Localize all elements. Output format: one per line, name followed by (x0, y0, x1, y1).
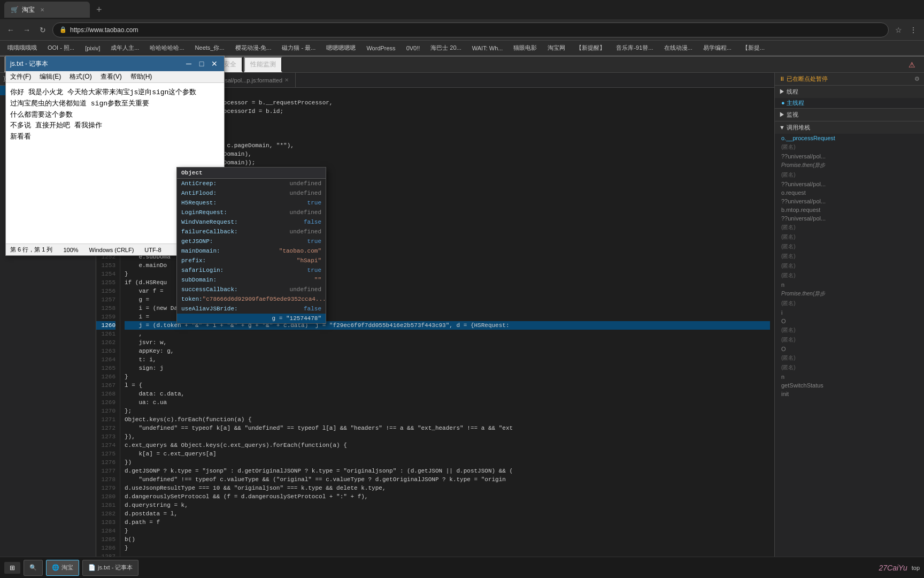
callstack-label: (匿名) (775, 299, 924, 308)
devtools-warning-icon: ⚠ (908, 60, 920, 69)
callstack-item[interactable]: ??universal/pol... (775, 214, 924, 223)
bookmark-item[interactable]: 易学编程... (700, 43, 735, 53)
autocomplete-item[interactable]: getJSONP: true (177, 237, 326, 246)
autocomplete-title: Object (177, 168, 326, 179)
tab-close-button[interactable]: ✕ (40, 7, 44, 13)
watermark-text: 27CaiYu (879, 564, 907, 572)
autocomplete-item[interactable]: failureCallback: undefined (177, 227, 326, 237)
autocomplete-item[interactable]: g = "12574478" (177, 314, 326, 323)
autocomplete-item[interactable]: LoginRequest: undefined (177, 208, 326, 217)
notepad-minimize-button[interactable]: ─ (183, 58, 194, 69)
bookmark-item[interactable]: 0V0!! (403, 44, 424, 52)
callstack-item[interactable]: o.request (775, 188, 924, 197)
settings-button[interactable]: ⋮ (907, 24, 920, 36)
bookmark-item[interactable]: 在线动漫... (661, 43, 696, 53)
bookmark-item[interactable]: 【新提醒】 (573, 43, 609, 53)
notepad-title: js.txt - 记事本 (10, 59, 48, 69)
notepad-menu-help[interactable]: 帮助(H) (126, 71, 157, 82)
callstack-label: (匿名) (775, 232, 924, 242)
bookmark-item[interactable]: [pixiv] (82, 44, 103, 52)
autocomplete-item[interactable]: token: "c78666d6d92909faef05ede9352cca4.… (177, 294, 326, 304)
start-button[interactable]: ⊞ (4, 562, 20, 574)
address-text: https://www.taobao.com (70, 26, 138, 34)
callstack-section-title[interactable]: ▼ 调用堆栈 (775, 121, 924, 134)
forward-button[interactable]: → (20, 24, 33, 36)
bookmark-item[interactable]: 成年人主... (107, 43, 142, 53)
bookmark-item[interactable]: WAIT: Wh... (469, 44, 506, 52)
editor-tab-close-2[interactable]: ✕ (284, 77, 289, 83)
bookmark-item[interactable]: 磁力猫 - 最... (279, 43, 319, 53)
callstack-item[interactable]: n (775, 280, 924, 289)
callstack-item[interactable]: b.mtop.request (775, 206, 924, 214)
debugger-settings-icon[interactable]: ⚙ (914, 75, 920, 82)
bookmark-item[interactable]: WordPress (363, 44, 398, 52)
notepad-menu-view[interactable]: 查看(V) (96, 71, 126, 82)
callstack-item[interactable]: ??universal/pol... (775, 152, 924, 161)
autocomplete-item[interactable]: AntiCreep: undefined (177, 179, 326, 188)
browser-actions: ☆ ⋮ (892, 24, 920, 36)
notepad-menu-file[interactable]: 文件(F) (6, 71, 35, 82)
callstack-item[interactable]: init (775, 390, 924, 398)
new-tab-button[interactable]: + (92, 4, 106, 16)
callstack-item[interactable]: ??universal/pol... (775, 180, 924, 188)
callstack-label: (匿名) (775, 271, 924, 280)
tab-favicon: 🛒 (11, 6, 19, 13)
callstack-label: (匿名) (775, 353, 924, 363)
autocomplete-item[interactable]: safariLogin: true (177, 265, 326, 275)
bookmark-item[interactable]: OOI - 照... (44, 43, 78, 53)
notepad-maximize-button[interactable]: □ (196, 58, 207, 69)
callstack-label: (匿名) (775, 335, 924, 345)
callstack-item[interactable]: O (775, 317, 924, 325)
callstack-section: ▼ 调用堆栈 o.__processRequest (匿名) ??univers… (775, 121, 924, 578)
main-thread-item[interactable]: ● 主线程 (775, 98, 924, 108)
bookmark-item[interactable]: 樱花动漫-免... (232, 43, 275, 53)
taskbar-item-taobao[interactable]: 🌐 淘宝 (46, 560, 79, 576)
notepad-menu-edit[interactable]: 编辑(E) (35, 71, 65, 82)
notepad-menu: 文件(F) 编辑(E) 格式(O) 查看(V) 帮助(H) (6, 71, 224, 83)
bookmarks-bar: 哦哦哦哦哦 OOI - 照... [pixiv] 成年人主... 哈哈哈哈哈..… (0, 41, 924, 56)
callstack-item[interactable]: i (775, 308, 924, 317)
browser-tab[interactable]: 🛒 淘宝 ✕ (4, 2, 90, 18)
notepad-titlebar: js.txt - 记事本 ─ □ ✕ (6, 56, 224, 71)
callstack-label: (匿名) (775, 170, 924, 180)
callstack-item[interactable]: n (775, 372, 924, 381)
tab-label: 淘宝 (22, 5, 35, 14)
back-button[interactable]: ← (4, 24, 17, 36)
autocomplete-item[interactable]: H5Request: true (177, 198, 326, 208)
taskbar-notepad-icon: 📄 (88, 564, 96, 571)
autocomplete-item[interactable]: successCallback: undefined (177, 285, 326, 294)
autocomplete-item[interactable]: subDomain: "" (177, 275, 326, 285)
autocomplete-item[interactable]: WindVaneRequest: false (177, 217, 326, 227)
callstack-item[interactable]: o.__processRequest (775, 134, 924, 142)
bookmark-item[interactable]: 嗯嗯嗯嗯嗯 (323, 43, 359, 53)
bookmark-item[interactable]: 哈哈哈哈哈... (147, 43, 187, 53)
taskbar: ⊞ 🔍 🌐 淘宝 📄 js.txt - 记事本 27CaiYu top (0, 557, 924, 578)
notepad-menu-format[interactable]: 格式(O) (65, 71, 96, 82)
devtools-tab-performance-monitor[interactable]: 性能监测 (244, 57, 282, 72)
bookmark-item[interactable]: 海巴士 20... (427, 43, 464, 53)
bookmark-item[interactable]: 音乐库-91替... (613, 43, 656, 53)
taskbar-item-notepad[interactable]: 📄 js.txt - 记事本 (82, 560, 138, 576)
callstack-item[interactable]: O (775, 345, 924, 353)
bookmark-item[interactable]: Neets_你... (192, 43, 228, 53)
taskbar-item-search[interactable]: 🔍 (24, 560, 43, 576)
autocomplete-item[interactable]: prefix: "hSapi" (177, 256, 326, 265)
bookmark-button[interactable]: ☆ (892, 24, 905, 36)
bookmark-item[interactable]: 【新提... (739, 43, 768, 53)
address-box[interactable]: 🔒 https://www.taobao.com (52, 22, 889, 37)
watch-section-title[interactable]: ▶ 监视 (775, 109, 924, 121)
bookmark-item[interactable]: 哦哦哦哦哦 (4, 43, 40, 53)
notepad-close-button[interactable]: ✕ (209, 58, 220, 69)
autocomplete-popup[interactable]: Object AntiCreep: undefined AntiFlood: u… (176, 167, 326, 324)
reload-button[interactable]: ↻ (36, 24, 49, 36)
bookmark-item[interactable]: 淘宝网 (544, 43, 568, 53)
callstack-label: (匿名) (775, 223, 924, 232)
bookmark-item[interactable]: 猫眼电影 (510, 43, 540, 53)
callstack-item[interactable]: ??universal/pol... (775, 197, 924, 206)
callstack-label: (匿名) (775, 142, 924, 152)
thread-section-title[interactable]: ▶ 线程 (775, 86, 924, 98)
autocomplete-item[interactable]: AntiFlood: undefined (177, 188, 326, 198)
autocomplete-item[interactable]: useAliavJSBride: false (177, 304, 326, 314)
autocomplete-item[interactable]: mainDomain: "taobao.com" (177, 246, 326, 256)
callstack-item[interactable]: getSwitchStatus (775, 381, 924, 390)
